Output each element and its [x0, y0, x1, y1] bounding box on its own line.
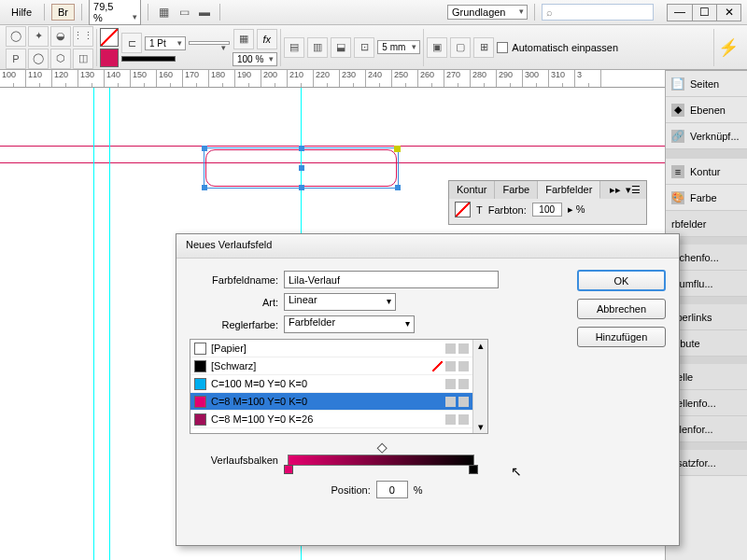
pages-icon: 📄	[671, 77, 684, 91]
close-button[interactable]: ✕	[716, 5, 740, 21]
stroke-style-bar[interactable]	[121, 56, 176, 62]
panel-tab-ebenen[interactable]: ◆Ebenen	[666, 97, 747, 123]
tool-icon[interactable]: ⬡	[50, 49, 71, 69]
tool-icon[interactable]: ◯	[28, 49, 49, 69]
t-icon[interactable]: T	[476, 204, 483, 216]
gradient-stop-right[interactable]	[469, 465, 478, 474]
type-label: Art:	[190, 297, 278, 308]
swatch-row-selected[interactable]: C=8 M=100 Y=0 K=0	[190, 393, 472, 411]
panel-tab-seiten[interactable]: 📄Seiten	[666, 71, 747, 97]
maximize-button[interactable]: ☐	[692, 5, 716, 21]
workspace-dropdown[interactable]: Grundlagen	[447, 5, 528, 20]
cancel-button[interactable]: Abbrechen	[577, 299, 666, 319]
links-icon: 🔗	[671, 130, 684, 143]
swatch-row[interactable]: C=100 M=0 Y=0 K=0	[190, 375, 472, 393]
cursor-icon: ↖	[511, 464, 522, 479]
position-label: Position:	[331, 484, 371, 496]
fit-icon[interactable]: ⊞	[473, 37, 494, 58]
swatch-row[interactable]: C=8 M=100 Y=0 K=26	[190, 411, 472, 428]
midpoint-handle[interactable]	[377, 443, 388, 454]
join-select[interactable]	[189, 41, 230, 45]
dim-field[interactable]: 5 mm	[377, 40, 420, 54]
stopcolor-label: Reglerfarbe:	[190, 319, 278, 330]
tool-icon[interactable]: ✦	[28, 26, 49, 47]
tab-farbe[interactable]: Farbe	[495, 181, 538, 199]
selection-box	[204, 147, 399, 189]
tint-input[interactable]	[532, 203, 562, 217]
view-icon[interactable]: ▦	[155, 4, 172, 21]
gradient-stop-left[interactable]	[284, 465, 293, 474]
wrap-icon[interactable]: ⬓	[331, 37, 351, 58]
gradient-ramp[interactable]	[288, 455, 474, 466]
tool-icon[interactable]: ⋮⋮	[73, 26, 93, 47]
tint-label: Farbton:	[488, 204, 527, 216]
tab-farbfelder[interactable]: Farbfelder	[538, 181, 600, 199]
name-label: Farbfeldname:	[190, 274, 278, 286]
gradient-type-select[interactable]: Linear	[284, 293, 396, 311]
view-icon-3[interactable]: ▬	[196, 4, 213, 21]
new-gradient-swatch-dialog: Neues Verlaufsfeld Farbfeldname: Art: Li…	[176, 233, 680, 546]
stroke-icon: ≡	[671, 165, 684, 178]
tool-icon[interactable]: ◒	[50, 26, 71, 47]
horizontal-ruler: 1001101201301401501601701801902002102202…	[0, 70, 747, 88]
swatch-row[interactable]: [Schwarz]	[190, 357, 472, 375]
opacity-field[interactable]: 100 %	[233, 52, 277, 66]
bridge-button[interactable]: Br	[51, 4, 75, 21]
panel-collapse-icon[interactable]: ▸▸	[610, 184, 621, 196]
panel-tab-verknuepf[interactable]: 🔗Verknüpf...	[666, 123, 747, 149]
zoom-dropdown[interactable]: 79,5 %	[89, 0, 141, 25]
fx-icon[interactable]: fx	[257, 29, 277, 49]
minimize-button[interactable]: —	[668, 5, 692, 21]
fit-icon[interactable]: ▣	[427, 37, 447, 58]
layers-icon: ◆	[671, 104, 684, 117]
view-icon-2[interactable]: ▭	[176, 4, 192, 21]
position-suffix: %	[414, 484, 423, 496]
panel-tab-farbe[interactable]: 🎨Farbe	[666, 185, 747, 211]
swatches-panel: Kontur Farbe Farbfelder ▸▸▾☰ T Farbton: …	[448, 180, 647, 225]
panel-tab-kontur[interactable]: ≡Kontur	[666, 159, 747, 185]
tool-icon[interactable]: P	[6, 49, 26, 69]
tool-icon[interactable]: ◫	[73, 49, 93, 69]
add-button[interactable]: Hinzufügen	[577, 327, 666, 347]
scrollbar[interactable]: ▴▾	[472, 340, 487, 433]
fit-icon[interactable]: ▢	[450, 37, 471, 58]
stop-color-select[interactable]: Farbfelder	[284, 315, 415, 333]
window-controls: — ☐ ✕	[667, 4, 741, 21]
fill-swatch[interactable]	[100, 28, 119, 47]
cap-icon[interactable]: ⊏	[121, 33, 142, 53]
lightning-icon[interactable]: ⚡	[713, 29, 741, 66]
tint-suffix: ▸ %	[568, 203, 585, 216]
position-input[interactable]	[376, 481, 408, 498]
wrap-icon[interactable]: ▤	[284, 37, 304, 58]
gradient-ramp-label: Verlaufsbalken	[190, 455, 278, 466]
menu-bar: Hilfe Br 79,5 % ▦ ▭ ▬ Grundlagen ⌕ — ☐ ✕	[0, 0, 747, 25]
search-input[interactable]: ⌕	[542, 4, 654, 21]
control-toolbar: ◯ ✦ ◒ ⋮⋮ P ◯ ⬡ ◫ ⊏ 1 Pt ▦ fx 100 % ▤ ▥ ⬓…	[0, 25, 747, 70]
tab-kontur[interactable]: Kontur	[449, 181, 495, 199]
dim-icon[interactable]: ⊡	[354, 37, 374, 58]
tool-icon[interactable]: ◯	[6, 26, 26, 47]
fx-icon[interactable]: ▦	[233, 29, 254, 49]
ok-button[interactable]: OK	[577, 270, 666, 291]
color-icon: 🎨	[671, 191, 684, 204]
stroke-swatch[interactable]	[100, 49, 119, 67]
swatch-name-input[interactable]	[284, 271, 499, 288]
stroke-weight[interactable]: 1 Pt	[145, 36, 186, 50]
swatch-row[interactable]: [Papier]	[190, 340, 472, 357]
fill-swatch-mini[interactable]	[455, 202, 471, 217]
menu-help[interactable]: Hilfe	[6, 5, 37, 20]
wrap-icon[interactable]: ▥	[307, 37, 328, 58]
dialog-title: Neues Verlaufsfeld	[176, 234, 679, 259]
panel-menu-icon[interactable]: ▾☰	[626, 184, 641, 196]
swatch-list: [Papier] [Schwarz] C=100 M=0 Y=0 K=0 C=8…	[190, 339, 488, 434]
autofit-checkbox[interactable]: Automatisch einpassen	[497, 42, 618, 53]
